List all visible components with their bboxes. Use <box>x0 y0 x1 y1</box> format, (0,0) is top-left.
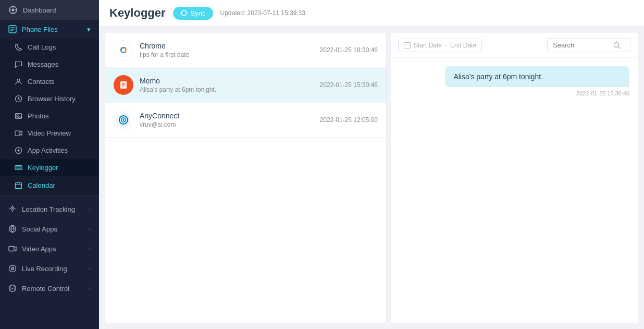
calendar-range-icon <box>404 42 411 48</box>
dashboard-label: Dashboard <box>23 6 56 14</box>
social-apps-chevron: › <box>89 226 91 232</box>
sync-label: Sync <box>191 9 206 17</box>
sidebar-item-phone-files[interactable]: Phone Files ▾ <box>0 20 99 39</box>
chrome-app-icon <box>114 40 133 60</box>
video-preview-label: Video Preview <box>28 129 71 137</box>
detail-toolbar: Start Date - End Date <box>391 33 638 58</box>
anyconnect-item-info: AnyConnect vruv@si.com <box>140 112 314 128</box>
page-header: Keylogger Sync Updated: 2023-07-11 15:39… <box>99 0 644 27</box>
svg-rect-27 <box>16 183 22 189</box>
svg-point-51 <box>123 119 125 121</box>
chrome-name: Chrome <box>140 42 314 50</box>
svg-rect-34 <box>9 247 14 251</box>
sidebar-item-social-apps[interactable]: Social Apps › <box>0 219 99 239</box>
svg-rect-52 <box>404 43 411 48</box>
sidebar-item-live-recording[interactable]: Live Recording › <box>0 259 99 278</box>
sidebar-item-keylogger[interactable]: Keylogger <box>0 159 99 176</box>
message-text: Alisa's party at 6pm tonight. <box>453 72 543 81</box>
chrome-preview: tips for a first date <box>140 51 314 58</box>
video-apps-icon <box>8 245 17 253</box>
sidebar-item-remote-control[interactable]: Remote Control › <box>0 278 99 298</box>
content-area: Chrome tips for a first date 2022-01-25 … <box>99 27 644 329</box>
call-logs-icon <box>15 43 22 51</box>
app-activities-icon <box>15 147 22 154</box>
sidebar-item-messages[interactable]: Messages <box>0 56 99 73</box>
location-tracking-chevron: › <box>89 206 91 212</box>
phone-files-subitems: Call Logs Messages Contacts <box>0 39 99 194</box>
sidebar-item-browser-history[interactable]: Browser History <box>0 90 99 107</box>
phone-files-chevron: ▾ <box>87 26 91 33</box>
memo-preview: Alisa's party at 6pm tonight. <box>140 86 314 93</box>
detail-content: Alisa's party at 6pm tonight. 2022-01-25… <box>391 58 638 323</box>
app-activities-label: App Activities <box>28 147 68 154</box>
sidebar-item-contacts[interactable]: Contacts <box>0 73 99 90</box>
list-item-memo[interactable]: Memo Alisa's party at 6pm tonight. 2022-… <box>105 68 386 103</box>
list-item-anyconnect[interactable]: AnyConnect vruv@si.com 2022-01-25 12:05:… <box>105 103 386 138</box>
keylogger-list: Chrome tips for a first date 2022-01-25 … <box>105 33 387 323</box>
live-recording-label: Live Recording <box>22 265 67 273</box>
browser-history-label: Browser History <box>28 95 76 103</box>
video-preview-icon <box>15 129 22 137</box>
svg-point-37 <box>12 268 13 269</box>
page-title: Keylogger <box>109 6 166 20</box>
detail-panel: Start Date - End Date Alisa's party at 6… <box>391 33 638 323</box>
search-box[interactable] <box>547 38 630 52</box>
location-tracking-icon <box>8 205 17 213</box>
location-tracking-label: Location Tracking <box>22 205 75 213</box>
message-time: 2022-01-25 15:30:46 <box>576 90 629 96</box>
video-apps-label: Video Apps <box>22 245 56 253</box>
sidebar-item-calendar[interactable]: Calendar <box>0 176 99 194</box>
remote-control-chevron: › <box>89 285 91 291</box>
chrome-time: 2022-01-25 18:30:46 <box>320 46 378 54</box>
phone-files-label: Phone Files <box>22 26 82 33</box>
anyconnect-preview: vruv@si.com <box>140 121 314 128</box>
svg-point-16 <box>18 150 20 152</box>
memo-app-icon <box>114 75 133 95</box>
end-date-placeholder: End Date <box>450 42 476 49</box>
memo-time: 2022-01-25 15:30:46 <box>320 81 378 89</box>
sidebar-item-photos[interactable]: Photos <box>0 107 99 125</box>
video-apps-chevron: › <box>89 246 91 252</box>
browser-history-icon <box>15 95 22 103</box>
start-date-placeholder: Start Date <box>414 42 442 49</box>
contacts-label: Contacts <box>28 78 54 86</box>
calendar-label: Calendar <box>28 181 55 189</box>
messages-label: Messages <box>28 60 58 68</box>
remote-control-label: Remote Control <box>22 285 69 293</box>
main-content: Keylogger Sync Updated: 2023-07-11 15:39… <box>99 0 644 329</box>
live-recording-icon <box>8 264 17 273</box>
svg-rect-17 <box>15 166 22 170</box>
messages-icon <box>15 60 22 68</box>
social-apps-icon <box>8 225 17 233</box>
contacts-icon <box>15 78 22 86</box>
sidebar-item-location-tracking[interactable]: Location Tracking › <box>0 199 99 219</box>
chrome-item-info: Chrome tips for a first date <box>140 42 314 58</box>
message-bubble: Alisa's party at 6pm tonight. <box>445 66 629 87</box>
sidebar-item-call-logs[interactable]: Call Logs <box>0 39 99 56</box>
list-item-chrome[interactable]: Chrome tips for a first date 2022-01-25 … <box>105 33 386 68</box>
svg-point-32 <box>12 208 13 209</box>
date-range-picker[interactable]: Start Date - End Date <box>398 39 482 52</box>
keylogger-icon <box>15 164 22 172</box>
dashboard-icon <box>8 5 18 15</box>
sidebar-item-dashboard[interactable]: Dashboard <box>0 0 99 20</box>
svg-line-57 <box>618 46 621 48</box>
sidebar-item-video-preview[interactable]: Video Preview <box>0 125 99 142</box>
anyconnect-app-icon <box>114 110 133 130</box>
search-icon <box>613 42 621 49</box>
phone-files-icon <box>8 25 17 33</box>
svg-point-39 <box>12 288 14 289</box>
memo-item-info: Memo Alisa's party at 6pm tonight. <box>140 77 314 93</box>
svg-point-10 <box>17 79 20 82</box>
search-input[interactable] <box>553 41 610 49</box>
sidebar: Dashboard Phone Files ▾ Call Logs <box>0 0 99 329</box>
sync-button[interactable]: Sync <box>173 7 213 20</box>
svg-rect-14 <box>15 131 20 136</box>
photos-icon <box>15 112 22 120</box>
date-separator: - <box>445 42 447 49</box>
memo-name: Memo <box>140 77 314 85</box>
anyconnect-name: AnyConnect <box>140 112 314 120</box>
sidebar-item-app-activities[interactable]: App Activities <box>0 142 99 159</box>
sidebar-item-video-apps[interactable]: Video Apps › <box>0 239 99 259</box>
svg-point-1 <box>12 9 15 11</box>
